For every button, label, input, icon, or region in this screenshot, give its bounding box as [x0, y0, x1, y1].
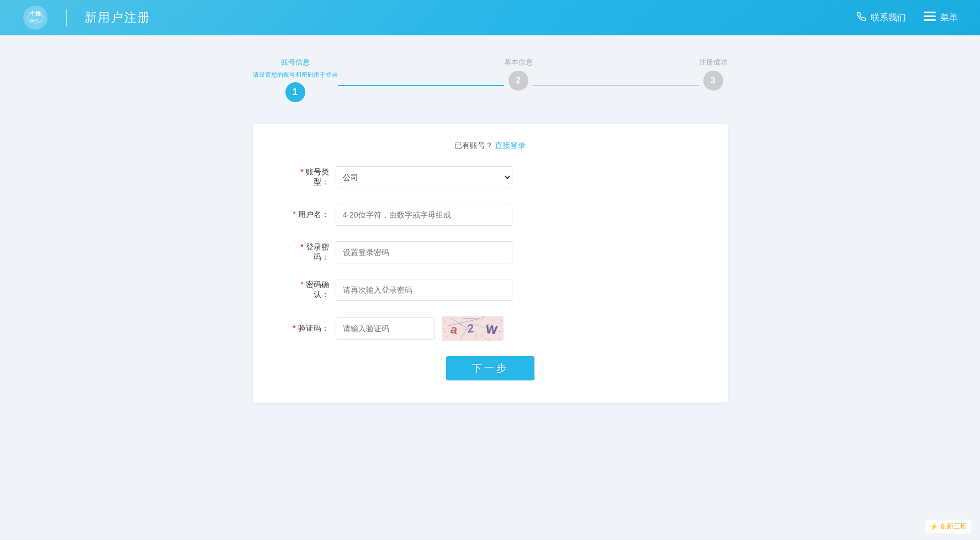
step-1-circle: 1: [285, 82, 305, 102]
already-account-row: 已有账号？ 直接登录: [286, 141, 695, 151]
form-card: 已有账号？ 直接登录 账号类型： 公司 个人 用户名： 登录密码： 密码确认：: [253, 124, 728, 403]
login-link[interactable]: 直接登录: [495, 141, 526, 150]
account-type-select[interactable]: 公司 个人: [336, 166, 512, 188]
page-title: 新用户注册: [84, 9, 151, 26]
step-3-circle: 3: [703, 71, 723, 91]
header-left: 个推 BeTui 新用户注册: [22, 4, 151, 31]
confirm-password-input[interactable]: [336, 279, 512, 301]
captcha-row: 验证码：: [286, 316, 695, 341]
logo-icon: 个推 BeTui: [22, 4, 49, 31]
captcha-image[interactable]: [442, 316, 504, 341]
menu-label: 菜单: [940, 12, 958, 24]
step-3: 注册成功 3: [699, 57, 728, 91]
menu-button[interactable]: 菜单: [924, 12, 958, 24]
step-1: 账号信息 请设置您的账号和密码用于登录 1: [253, 57, 338, 102]
username-label: 用户名：: [286, 210, 336, 220]
svg-rect-5: [924, 15, 936, 17]
logo-area: 个推 BeTui: [22, 4, 49, 31]
confirm-password-label: 密码确认：: [286, 280, 336, 300]
svg-text:BeTui: BeTui: [30, 19, 40, 23]
step-2: 基本信息 2: [504, 57, 533, 91]
step-1-subtitle: 请设置您的账号和密码用于登录: [253, 71, 338, 79]
step-2-circle: 2: [508, 71, 528, 91]
svg-text:个推: 个推: [29, 10, 41, 17]
captcha-input[interactable]: [336, 317, 435, 340]
captcha-area: [336, 316, 504, 341]
password-label: 登录密码：: [286, 242, 336, 262]
svg-rect-4: [924, 12, 936, 13]
password-row: 登录密码：: [286, 241, 695, 263]
watermark: ⚡ 创新三班: [925, 520, 971, 533]
username-input[interactable]: [336, 204, 512, 226]
already-account-text: 已有账号？: [454, 141, 493, 150]
contact-label: 联系我们: [871, 12, 906, 24]
svg-point-0: [23, 6, 47, 30]
confirm-password-row: 密码确认：: [286, 279, 695, 301]
menu-icon: [924, 12, 936, 24]
svg-rect-6: [924, 19, 936, 21]
main-content: 账号信息 请设置您的账号和密码用于登录 1 基本信息 2 注册成功 3 已有账号…: [242, 35, 739, 425]
username-row: 用户名：: [286, 204, 695, 226]
step-2-label: 基本信息: [504, 57, 533, 67]
step-line-2: [533, 85, 699, 86]
account-type-label: 账号类型：: [286, 167, 336, 187]
header: 个推 BeTui 新用户注册 联系我们: [0, 0, 980, 35]
step-line-1: [338, 85, 504, 86]
next-button[interactable]: 下一步: [446, 356, 534, 380]
contact-button[interactable]: 联系我们: [856, 12, 906, 24]
watermark-text: 创新三班: [940, 522, 967, 531]
phone-icon: [856, 12, 866, 24]
watermark-icon: ⚡: [930, 523, 938, 531]
header-right: 联系我们 菜单: [856, 12, 958, 24]
password-input[interactable]: [336, 241, 512, 263]
captcha-label: 验证码：: [286, 324, 336, 333]
captcha-canvas: [442, 316, 504, 341]
step-1-label: 账号信息: [281, 57, 310, 67]
logo-divider: [66, 9, 67, 27]
account-type-row: 账号类型： 公司 个人: [286, 166, 695, 188]
stepper: 账号信息 请设置您的账号和密码用于登录 1 基本信息 2 注册成功 3: [253, 57, 728, 102]
step-3-label: 注册成功: [699, 57, 728, 67]
